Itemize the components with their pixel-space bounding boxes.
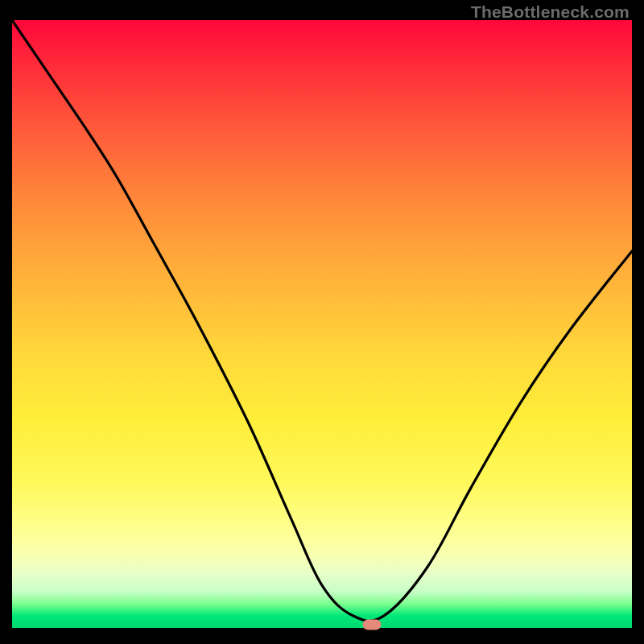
attribution-label: TheBottleneck.com	[471, 2, 630, 22]
curve-svg	[12, 20, 632, 628]
chart-container: TheBottleneck.com	[0, 0, 644, 644]
bottleneck-curve	[12, 20, 632, 621]
plot-area	[12, 20, 632, 628]
optimal-marker	[362, 620, 381, 630]
